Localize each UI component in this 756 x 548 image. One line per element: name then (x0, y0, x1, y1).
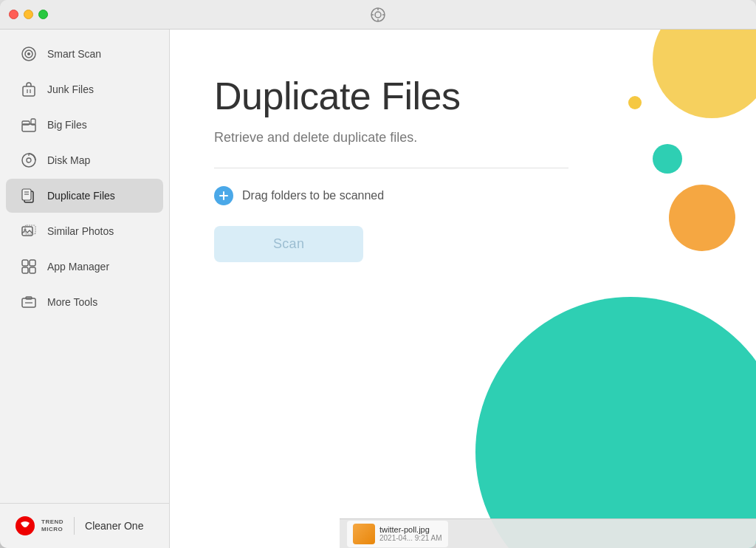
deco-yellow-small (628, 96, 642, 109)
maximize-button[interactable] (38, 10, 48, 19)
sidebar-item-app-manager-label: App Manager (47, 261, 109, 273)
drag-area[interactable]: Drag folders to be scanned (214, 186, 568, 205)
sidebar-item-duplicate-files[interactable]: Duplicate Files (6, 179, 163, 213)
sidebar-footer: TREND MICRO Cleaner One (0, 503, 169, 548)
svg-rect-29 (30, 260, 35, 266)
sidebar-item-big-files[interactable]: Big Files (6, 108, 163, 142)
duplicate-files-icon (21, 188, 37, 204)
svg-rect-28 (22, 260, 28, 266)
sidebar-item-disk-map[interactable]: Disk Map (6, 143, 163, 177)
sidebar-item-smart-scan[interactable]: Smart Scan (6, 37, 163, 71)
minimize-button[interactable] (24, 10, 33, 19)
sidebar-item-app-manager[interactable]: App Manager (6, 250, 163, 284)
taskbar-item[interactable]: twitter-poll.jpg 2021-04... 9:21 AM (347, 521, 448, 547)
sidebar-item-duplicate-files-label: Duplicate Files (47, 190, 115, 202)
sidebar: Smart Scan Junk Files (0, 30, 170, 548)
big-files-icon (21, 117, 37, 133)
content-inner: Duplicate Files Retrieve and delete dupl… (170, 30, 613, 292)
deco-yellow-large (653, 30, 756, 118)
app-window: Smart Scan Junk Files (0, 0, 756, 548)
more-tools-icon (21, 294, 37, 310)
title-bar (0, 0, 756, 30)
main-layout: Smart Scan Junk Files (0, 30, 756, 548)
sidebar-item-more-tools-label: More Tools (47, 296, 97, 308)
smart-scan-icon (21, 46, 37, 62)
brand-divider (74, 517, 75, 535)
trend-micro-logo (15, 516, 35, 536)
similar-photos-icon (21, 223, 37, 239)
disk-map-icon (21, 152, 37, 168)
taskbar-filename: twitter-poll.jpg (379, 525, 442, 534)
taskbar-info: twitter-poll.jpg 2021-04... 9:21 AM (379, 525, 442, 542)
deco-orange-circle (669, 185, 735, 251)
app-manager-icon (21, 258, 37, 275)
svg-point-8 (27, 52, 30, 55)
page-title: Duplicate Files (214, 74, 568, 118)
sidebar-item-junk-files[interactable]: Junk Files (6, 72, 163, 106)
page-subtitle: Retrieve and delete duplicate files. (214, 130, 568, 145)
sidebar-nav: Smart Scan Junk Files (0, 30, 169, 503)
brand-product: Cleaner One (85, 520, 143, 532)
sidebar-item-big-files-label: Big Files (47, 119, 87, 131)
deco-teal-large (475, 297, 756, 548)
svg-rect-31 (30, 267, 35, 273)
sidebar-item-junk-files-label: Junk Files (47, 83, 94, 95)
scan-button[interactable]: Scan (214, 226, 363, 262)
sidebar-item-disk-map-label: Disk Map (47, 154, 90, 166)
taskbar: twitter-poll.jpg 2021-04... 9:21 AM (340, 518, 756, 548)
deco-teal-medium (653, 144, 682, 174)
taskbar-meta: 2021-04... 9:21 AM (379, 534, 442, 542)
brand-name: TREND MICRO (41, 518, 63, 532)
svg-rect-9 (23, 86, 35, 96)
sidebar-item-similar-photos[interactable]: Similar Photos (6, 214, 163, 248)
sidebar-item-similar-photos-label: Similar Photos (47, 225, 114, 237)
taskbar-thumb (353, 524, 375, 544)
content-area: Duplicate Files Retrieve and delete dupl… (170, 30, 756, 548)
junk-files-icon (21, 81, 37, 97)
traffic-lights (9, 10, 48, 19)
content-divider (214, 168, 568, 168)
brand-logo: TREND MICRO Cleaner One (15, 516, 143, 536)
add-folder-button[interactable] (214, 186, 233, 205)
svg-rect-30 (22, 267, 28, 273)
sidebar-item-smart-scan-label: Smart Scan (47, 48, 101, 60)
svg-point-1 (375, 12, 381, 18)
app-icon (371, 7, 385, 22)
svg-point-16 (27, 158, 31, 162)
close-button[interactable] (9, 10, 18, 19)
sidebar-item-more-tools[interactable]: More Tools (6, 285, 163, 319)
drag-folders-label: Drag folders to be scanned (242, 189, 384, 202)
